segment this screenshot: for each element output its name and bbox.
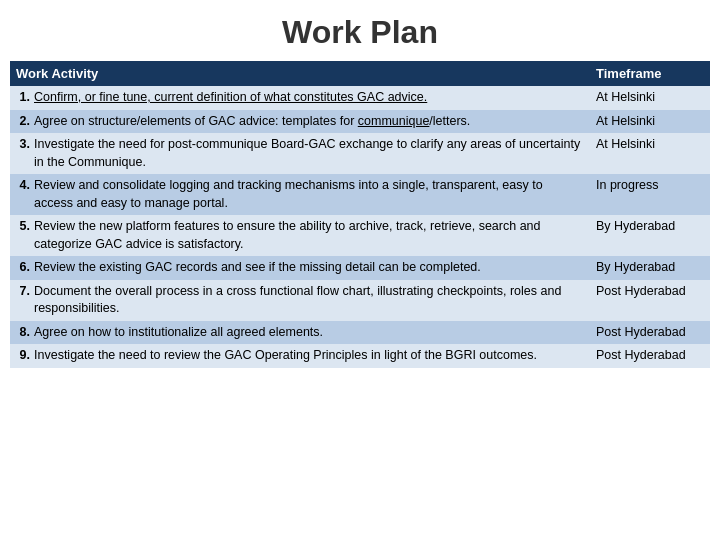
activity-cell: 2.Agree on structure/elements of GAC adv… xyxy=(10,110,590,134)
activity-cell: 6.Review the existing GAC records and se… xyxy=(10,256,590,280)
activity-text: Agree on structure/elements of GAC advic… xyxy=(34,113,470,131)
activity-cell: 8.Agree on how to institutionalize all a… xyxy=(10,321,590,345)
table-row: 5.Review the new platform features to en… xyxy=(10,215,710,256)
timeframe-cell: At Helsinki xyxy=(590,133,710,174)
timeframe-cell: Post Hyderabad xyxy=(590,280,710,321)
row-number: 8. xyxy=(16,324,34,342)
row-number: 7. xyxy=(16,283,34,318)
timeframe-cell: In progress xyxy=(590,174,710,215)
table-row: 7.Document the overall process in a cros… xyxy=(10,280,710,321)
timeframe-cell: At Helsinki xyxy=(590,86,710,110)
row-number: 6. xyxy=(16,259,34,277)
timeframe-cell: Post Hyderabad xyxy=(590,321,710,345)
page-container: Work Plan Work Activity Timeframe 1.Conf… xyxy=(0,0,720,540)
activity-column-header: Work Activity xyxy=(10,61,590,86)
row-number: 1. xyxy=(16,89,34,107)
activity-cell: 9.Investigate the need to review the GAC… xyxy=(10,344,590,368)
activity-cell: 3.Investigate the need for post-communiq… xyxy=(10,133,590,174)
timeframe-cell: By Hyderabad xyxy=(590,256,710,280)
table-row: 4.Review and consolidate logging and tra… xyxy=(10,174,710,215)
activity-text: Review the existing GAC records and see … xyxy=(34,259,481,277)
timeframe-cell: At Helsinki xyxy=(590,110,710,134)
timeframe-cell: Post Hyderabad xyxy=(590,344,710,368)
work-plan-table: Work Activity Timeframe 1.Confirm, or fi… xyxy=(10,61,710,368)
table-container: Work Activity Timeframe 1.Confirm, or fi… xyxy=(10,61,710,532)
row-number: 5. xyxy=(16,218,34,253)
row-number: 3. xyxy=(16,136,34,171)
table-row: 1.Confirm, or fine tune, current definit… xyxy=(10,86,710,110)
table-row: 2.Agree on structure/elements of GAC adv… xyxy=(10,110,710,134)
row-number: 4. xyxy=(16,177,34,212)
communique-link[interactable]: communique xyxy=(358,114,430,128)
activity-text: Investigate the need to review the GAC O… xyxy=(34,347,537,365)
table-row: 8.Agree on how to institutionalize all a… xyxy=(10,321,710,345)
activity-text: Investigate the need for post-communique… xyxy=(34,136,584,171)
table-header-row: Work Activity Timeframe xyxy=(10,61,710,86)
activity-cell: 4.Review and consolidate logging and tra… xyxy=(10,174,590,215)
activity-cell: 1.Confirm, or fine tune, current definit… xyxy=(10,86,590,110)
page-title: Work Plan xyxy=(0,0,720,61)
activity-cell: 5.Review the new platform features to en… xyxy=(10,215,590,256)
activity-text: Review and consolidate logging and track… xyxy=(34,177,584,212)
timeframe-column-header: Timeframe xyxy=(590,61,710,86)
row-number: 2. xyxy=(16,113,34,131)
activity-cell: 7.Document the overall process in a cros… xyxy=(10,280,590,321)
table-row: 6.Review the existing GAC records and se… xyxy=(10,256,710,280)
activity-text: Document the overall process in a cross … xyxy=(34,283,584,318)
row-number: 9. xyxy=(16,347,34,365)
activity-link[interactable]: Confirm, or fine tune, current definitio… xyxy=(34,90,427,104)
timeframe-cell: By Hyderabad xyxy=(590,215,710,256)
table-row: 3.Investigate the need for post-communiq… xyxy=(10,133,710,174)
activity-text: Review the new platform features to ensu… xyxy=(34,218,584,253)
activity-text: Agree on how to institutionalize all agr… xyxy=(34,324,323,342)
activity-text: Confirm, or fine tune, current definitio… xyxy=(34,89,427,107)
table-row: 9.Investigate the need to review the GAC… xyxy=(10,344,710,368)
